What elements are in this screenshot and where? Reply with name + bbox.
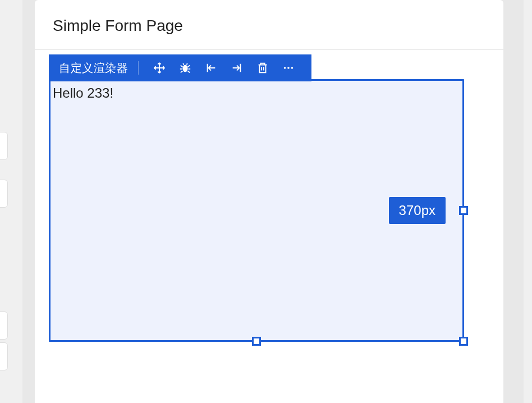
card-header: Simple Form Page bbox=[35, 0, 503, 50]
canvas-content: Hello 233! bbox=[51, 81, 462, 106]
resize-handle-southeast[interactable] bbox=[459, 337, 468, 346]
svg-point-2 bbox=[287, 67, 290, 69]
toolbar-separator bbox=[138, 61, 139, 75]
svg-point-3 bbox=[291, 67, 293, 69]
form-card: Simple Form Page 自定义渲染器 bbox=[35, 0, 503, 403]
resize-handle-east[interactable] bbox=[459, 206, 468, 215]
resize-handle-south[interactable] bbox=[252, 337, 261, 346]
side-peek-button[interactable] bbox=[0, 180, 8, 208]
toolbar-label: 自定义渲染器 bbox=[59, 61, 128, 76]
svg-point-0 bbox=[182, 65, 187, 72]
bug-icon[interactable] bbox=[176, 58, 195, 77]
editor-area: 自定义渲染器 bbox=[35, 50, 503, 78]
page-title: Simple Form Page bbox=[53, 17, 485, 35]
more-icon[interactable] bbox=[279, 58, 298, 77]
side-peek-button[interactable] bbox=[0, 342, 8, 370]
insert-after-icon[interactable] bbox=[227, 58, 246, 77]
size-badge: 370px bbox=[389, 197, 446, 224]
svg-point-1 bbox=[284, 67, 286, 69]
side-peek-button[interactable] bbox=[0, 312, 8, 340]
selection-toolbar: 自定义渲染器 bbox=[49, 54, 311, 81]
trash-icon[interactable] bbox=[253, 58, 272, 77]
insert-before-icon[interactable] bbox=[201, 58, 221, 77]
editor-background: Simple Form Page 自定义渲染器 bbox=[22, 0, 524, 403]
custom-renderer-canvas[interactable]: Hello 233! 370px bbox=[49, 79, 464, 342]
side-peek-button[interactable] bbox=[0, 132, 8, 160]
move-icon[interactable] bbox=[150, 58, 169, 77]
